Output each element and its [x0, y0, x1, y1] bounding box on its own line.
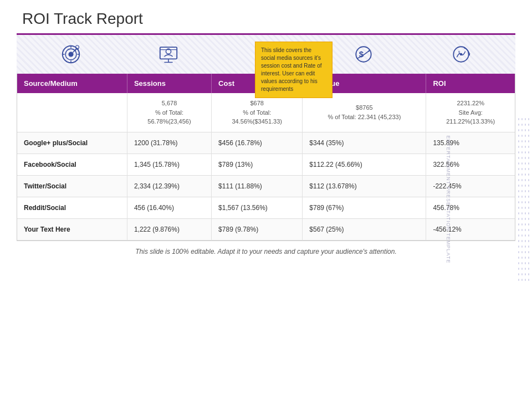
row-sessions: 1,345 (15.78%): [127, 154, 211, 175]
row-source: Google+ plus/Social: [17, 132, 127, 154]
revenue-icon: $: [350, 43, 377, 65]
total-roi: 2231.22% Site Avg: 211.22%(13.33%): [426, 93, 515, 132]
row-source: Your Text Here: [17, 218, 127, 240]
dot-pattern-decoration: const dp = document.querySelector('.dot-…: [515, 0, 532, 399]
row-source: Reddit/Social: [17, 197, 127, 218]
table-row: Twitter/Social 2,334 (12.39%) $111 (11.8…: [17, 175, 515, 197]
svg-point-2: [68, 52, 73, 57]
page-title: ROI Track Report: [0, 0, 532, 33]
target-icon: [57, 43, 85, 65]
svg-text:$: $: [458, 50, 461, 54]
row-cost: $789 (13%): [212, 154, 303, 175]
roi-table: Source/Medium Sessions Cost Revenue ROI …: [17, 74, 515, 241]
row-sessions: 2,334 (12.39%): [127, 175, 211, 197]
row-sessions: 456 (16.40%): [127, 197, 211, 218]
total-source: [17, 93, 127, 132]
table-row: Google+ plus/Social 1200 (31.78%) $456 (…: [17, 132, 515, 154]
row-roi: -222.45%: [426, 175, 515, 197]
row-cost: $456 (16.78%): [212, 132, 303, 154]
row-revenue: $112.22 (45.66%): [303, 154, 426, 175]
presentation-icon: [155, 43, 182, 65]
row-roi: 322.56%: [426, 154, 515, 175]
side-decoration-text: ENTERTAINMENT PRESENTATION TEMPLATE: [446, 136, 452, 264]
col-header-roi: ROI: [426, 74, 515, 93]
row-cost: $789 (9.78%): [212, 218, 303, 240]
row-revenue: $344 (35%): [303, 132, 426, 154]
roi-icon: $: [447, 43, 475, 65]
total-revenue: $8765 % of Total: 22.341 (45,233): [303, 93, 426, 132]
row-cost: $111 (11.88%): [212, 175, 303, 197]
row-source: Twitter/Social: [17, 175, 127, 197]
tooltip-box: This slide covers the social media sourc…: [255, 42, 332, 98]
col-header-source: Source/Medium: [17, 74, 127, 93]
row-source: Facebook/Social: [17, 154, 127, 175]
total-row: 5,678 % of Total: 56.78%(23,456) $678 % …: [17, 93, 515, 132]
row-roi: 456.78%: [426, 197, 515, 218]
svg-point-20: [460, 53, 463, 56]
total-sessions: 5,678 % of Total: 56.78%(23,456): [127, 93, 211, 132]
table-row: Your Text Here 1,222 (9.876%) $789 (9.78…: [17, 218, 515, 240]
footer-text: This slide is 100% editable. Adapt it to…: [0, 241, 532, 262]
col-header-sessions: Sessions: [127, 74, 211, 93]
row-revenue: $567 (25%): [303, 218, 426, 240]
total-cost: $678 % of Total: 34.56%($3451.33): [212, 93, 303, 132]
row-revenue: $789 (67%): [303, 197, 426, 218]
row-sessions: 1,222 (9.876%): [127, 218, 211, 240]
row-cost: $1,567 (13.56%): [212, 197, 303, 218]
row-sessions: 1200 (31.78%): [127, 132, 211, 154]
tooltip-text: This slide covers the social media sourc…: [261, 47, 322, 92]
row-roi: -456.12%: [426, 218, 515, 240]
table-container: Source/Medium Sessions Cost Revenue ROI …: [17, 74, 515, 241]
table-row: Facebook/Social 1,345 (15.78%) $789 (13%…: [17, 154, 515, 175]
row-revenue: $112 (13.678%): [303, 175, 426, 197]
table-row: Reddit/Social 456 (16.40%) $1,567 (13.56…: [17, 197, 515, 218]
row-roi: 135.89%: [426, 132, 515, 154]
